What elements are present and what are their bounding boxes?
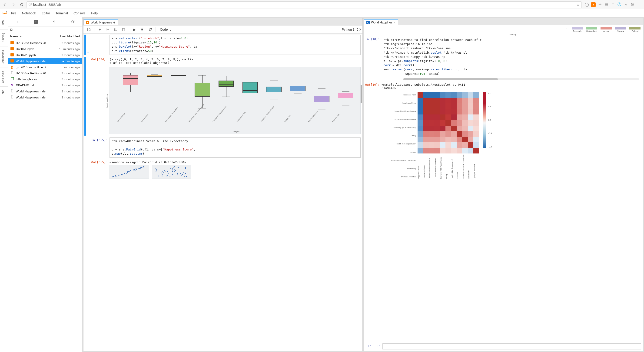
site-info-icon[interactable]: ⓘ [28,2,32,7]
restart-button[interactable] [147,26,154,33]
stop-button[interactable]: ■ [139,26,146,33]
file-name: World Happiness Inde… [16,90,60,93]
legend-item: Iceland [600,27,612,32]
menu-console[interactable]: Console [71,10,88,16]
notebook-panel: ▸ World Happines ＋ ✄ ▶ ■ [83,18,363,351]
file-row[interactable]: {}gz_2010_us_outline_2…an hour ago [8,64,82,70]
refresh-button[interactable] [69,18,77,25]
extension-icon[interactable]: ⓢ [617,2,622,7]
activity-tab-running[interactable]: Running [0,30,8,47]
forward-button[interactable] [10,1,17,8]
file-row[interactable]: World Happiness Inde…3 months ago [8,94,82,100]
menu-file[interactable]: File [9,10,19,16]
legend-axis-title: Country [364,33,643,35]
file-modified: 3 months ago [62,71,80,75]
paste-button[interactable] [120,26,127,33]
cell-code[interactable]: In [355]: "tk-cm">#Happiness Score & Lif… [84,137,362,159]
browser-menu-icon[interactable]: ⋮ [636,2,641,7]
extension-icon[interactable]: ✳ [598,2,602,7]
bookmark-star-icon[interactable]: ☆ [576,3,580,6]
cell-type-select[interactable]: Code⌄ [158,27,174,32]
header-modified[interactable]: Last Modified [60,35,80,38]
run-button[interactable]: ▶ [131,26,138,33]
file-modified: an hour ago [64,65,80,69]
activity-tab-commands[interactable]: Commands [0,47,8,68]
home-icon[interactable] [10,28,13,31]
file-row[interactable]: MREADME.md3 months ago [8,82,82,88]
file-name: H-1B Visa Petitions 20… [16,41,60,45]
horizontal-scrollbar[interactable] [403,78,639,80]
kernel-status-icon[interactable] [357,28,360,31]
collapser-icon[interactable]: ⌃ [86,35,90,55]
notebook-scroll[interactable]: ⌃ sns.set_context("notebook",font_scale=… [84,34,362,351]
pairgrid-plot [152,165,191,179]
file-row[interactable]: H-1B Visa Petitions 20…2 months ago [8,40,82,46]
file-row[interactable]: World Happiness Inde…2 months ago [8,88,82,94]
extension-icon[interactable]: ◯ [584,2,589,7]
console-output: Out[10]: <matplotlib.axes._subplots.Axes… [364,81,643,182]
new-launcher-button[interactable]: ＋ [13,18,21,25]
activity-tab-tabs[interactable]: Tabs [0,87,8,99]
collapser-icon[interactable]: ⌃ [86,57,90,136]
file-row[interactable]: H-1B Visa Petitions 20…3 months ago [8,70,82,76]
console-tab[interactable]: ›_ World Happines × [364,19,398,25]
file-modified: 2 months ago [62,53,80,57]
menu-help[interactable]: Help [88,10,100,16]
prompt-in-empty: In [ ]: [366,344,382,350]
extension-icon[interactable]: G [630,2,635,7]
console-scroll[interactable]: 0 DenmarkSwitzerlandIcelandNorwayFinland… [364,25,643,342]
console-input[interactable] [382,344,641,350]
file-modified: a minute ago [62,59,80,63]
insert-cell-button[interactable]: ＋ [96,26,103,33]
reload-button[interactable] [18,1,25,8]
pairgrid-plot [110,165,149,179]
cell-code[interactable]: ⌃ sns.set_context("notebook",font_scale=… [84,34,362,56]
menu-editor[interactable]: Editor [39,10,52,16]
cut-button[interactable]: ✄ [104,26,111,33]
tab-label: World Happines [91,21,112,24]
file-browser-panel: ＋ ＋ Name ▲ Last Modified H-1B Visa Petit… [8,17,82,352]
code-editor[interactable]: sns.set_context("notebook",font_scale=1.… [110,35,360,55]
new-folder-button[interactable]: ＋ [32,18,40,25]
legend-item: Finland [629,27,640,32]
file-modified: 5 months ago [62,78,80,81]
file-icon [10,47,14,51]
extension-icon[interactable]: △ [624,2,628,7]
file-name: Untitled1.ipynb [16,53,60,57]
sort-arrow-icon[interactable]: ▲ [19,35,22,38]
back-button[interactable] [2,1,8,8]
file-row[interactable]: Untitled.ipynb15 minutes ago [8,46,82,52]
file-icon [10,77,14,81]
file-name: h1b_kaggle.csv [16,78,60,81]
address-bar[interactable]: ⓘ localhost:8888/lab ☆ [26,1,582,8]
svg-point-0 [6,11,7,12]
extension-icon[interactable]: ▤ [604,2,609,7]
copy-button[interactable] [112,26,119,33]
notebook-tab[interactable]: ▸ World Happines [84,19,118,25]
chevron-down-icon: ⌄ [169,28,172,31]
kernel-name[interactable]: Python 3 [342,28,354,31]
menu-terminal[interactable]: Terminal [53,10,70,16]
header-name[interactable]: Name [10,35,18,38]
save-button[interactable] [85,26,92,33]
extension-icon[interactable]: ◻ [610,2,615,7]
file-icon [10,59,14,63]
file-row[interactable]: Untitled1.ipynb2 months ago [8,52,82,58]
legend-item: Denmark [572,27,583,32]
activity-tab-cell-tools[interactable]: Cell Tools [0,68,8,87]
activity-tab-files[interactable]: Files [0,17,8,30]
colorbar [483,92,486,148]
file-row[interactable]: h1b_kaggle.csv5 months ago [8,76,82,82]
code-editor[interactable]: "tk-cm">#Happiness Score & Life Expectan… [110,138,360,158]
file-icon [10,41,14,45]
file-list: H-1B Visa Petitions 20…2 months agoUntit… [8,40,82,352]
boxplot-figure: Happiness Score Western EuropeNorth Amer… [110,67,360,134]
file-row[interactable]: World Happiness Inde…a minute ago [8,58,82,64]
prompt-in [90,35,110,55]
file-modified: 3 months ago [62,96,80,99]
close-icon[interactable]: × [394,21,396,24]
extension-icon[interactable]: k [591,2,596,7]
menu-notebook[interactable]: Notebook [20,10,38,16]
upload-button[interactable] [50,18,58,25]
jupyter-logo[interactable] [2,10,8,16]
